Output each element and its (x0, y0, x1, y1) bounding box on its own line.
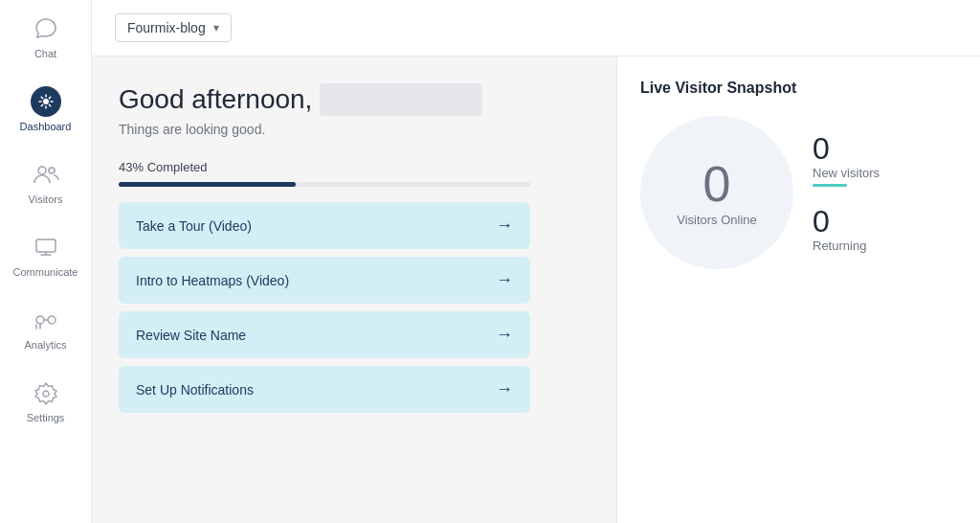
svg-point-10 (43, 391, 49, 397)
svg-point-5 (48, 316, 56, 324)
progress-label: 43% Completed (119, 160, 590, 174)
snapshot-title: Live Visitor Snapshot (640, 80, 957, 97)
greeting-section: Good afternoon, Things are looking good. (119, 83, 590, 137)
site-name: Fourmix-blog (127, 20, 206, 35)
analytics-icon (31, 305, 61, 335)
new-visitors-label: New visitors (813, 166, 880, 180)
svg-point-2 (49, 168, 55, 173)
settings-icon (31, 377, 61, 408)
action-label-heatmaps: Intro to Heatmaps (Video) (136, 273, 289, 288)
sidebar: Chat Dashboard Visitors (0, 0, 92, 523)
sidebar-item-chat[interactable]: Chat (0, 0, 91, 73)
sidebar-item-settings[interactable]: Settings (0, 364, 91, 437)
new-visitors-count: 0 (813, 133, 880, 164)
action-label-notifications: Set Up Notifications (136, 382, 254, 398)
sidebar-label-communicate: Communicate (13, 266, 78, 278)
dashboard-icon (31, 86, 61, 117)
right-panel: Live Visitor Snapshot 0 Visitors Online … (616, 57, 980, 523)
sidebar-item-visitors[interactable]: Visitors (0, 146, 91, 218)
svg-point-0 (43, 99, 49, 104)
returning-label: Returning (813, 239, 880, 253)
returning-count: 0 (813, 206, 880, 237)
sidebar-label-analytics: Analytics (24, 339, 66, 351)
action-item-review-site[interactable]: Review Site Name → (119, 311, 530, 358)
new-visitors-stat: 0 New visitors (813, 133, 880, 187)
arrow-icon-review-site: → (496, 325, 513, 345)
progress-section: 43% Completed (119, 160, 590, 187)
visitors-online-label: Visitors Online (677, 213, 757, 227)
main-content: Fourmix-blog ▾ Good afternoon, Things ar… (92, 0, 980, 523)
left-panel: Good afternoon, Things are looking good.… (92, 57, 616, 523)
new-visitors-bar (813, 184, 847, 187)
svg-rect-3 (36, 239, 56, 252)
action-label-tour: Take a Tour (Video) (136, 218, 252, 234)
svg-marker-9 (35, 383, 56, 404)
svg-point-4 (36, 316, 44, 324)
action-item-heatmaps[interactable]: Intro to Heatmaps (Video) → (119, 257, 530, 304)
arrow-icon-notifications: → (496, 379, 513, 399)
greeting-title: Good afternoon, (119, 83, 590, 116)
sidebar-item-dashboard[interactable]: Dashboard (0, 73, 91, 146)
content-area: Good afternoon, Things are looking good.… (92, 57, 980, 523)
dropdown-chevron-icon: ▾ (213, 21, 219, 34)
sidebar-label-dashboard: Dashboard (20, 121, 72, 132)
snapshot-content: 0 Visitors Online 0 New visitors 0 Retur… (640, 116, 957, 269)
topbar: Fourmix-blog ▾ (92, 0, 980, 57)
sidebar-label-settings: Settings (27, 412, 65, 423)
returning-stat: 0 Returning (813, 206, 880, 253)
action-item-notifications[interactable]: Set Up Notifications → (119, 366, 530, 413)
arrow-icon-heatmaps: → (496, 270, 513, 290)
sidebar-item-communicate[interactable]: Communicate (0, 218, 91, 291)
communicate-icon (31, 232, 61, 262)
action-label-review-site: Review Site Name (136, 328, 246, 343)
greeting-subtitle: Things are looking good. (119, 122, 590, 137)
action-list: Take a Tour (Video) → Intro to Heatmaps … (119, 202, 590, 413)
visitors-online-circle: 0 Visitors Online (640, 116, 793, 269)
site-selector-dropdown[interactable]: Fourmix-blog ▾ (115, 13, 232, 42)
visitors-online-count: 0 (703, 159, 731, 209)
action-item-tour[interactable]: Take a Tour (Video) → (119, 202, 530, 249)
arrow-icon-tour: → (496, 216, 513, 236)
stats-column: 0 New visitors 0 Returning (813, 133, 880, 253)
sidebar-item-analytics[interactable]: Analytics (0, 291, 91, 364)
visitors-icon (31, 159, 61, 190)
progress-bar-fill (119, 182, 296, 187)
greeting-name-placeholder (320, 83, 482, 116)
sidebar-label-chat: Chat (34, 48, 56, 59)
sidebar-label-visitors: Visitors (29, 193, 63, 205)
chat-icon (31, 13, 61, 44)
progress-bar-background (119, 182, 530, 187)
greeting-prefix: Good afternoon, (119, 84, 312, 115)
svg-point-1 (38, 167, 46, 174)
